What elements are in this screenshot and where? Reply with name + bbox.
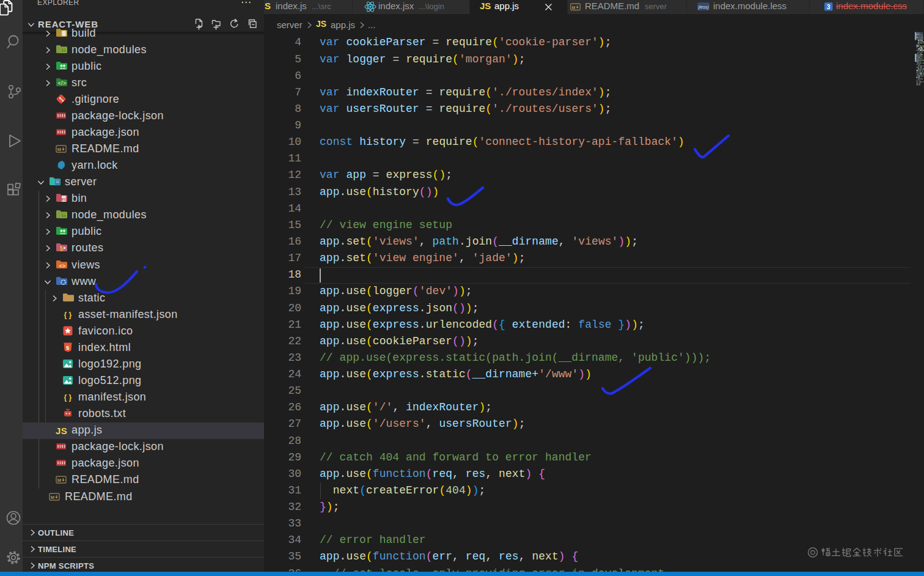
svg-text:{ }: { } [64, 393, 72, 402]
svg-text:js: js [62, 213, 65, 217]
svg-text:M: M [572, 6, 576, 10]
svg-text:{ }: { } [64, 310, 72, 319]
svg-text:01: 01 [62, 198, 67, 201]
svg-text:M: M [57, 478, 62, 483]
svg-text:3: 3 [827, 3, 831, 10]
svg-text:M: M [51, 494, 55, 500]
svg-text:{less}: {less} [698, 5, 709, 10]
svg-text:5: 5 [66, 344, 69, 350]
svg-text:<>: <> [59, 262, 66, 268]
svg-text:js: js [62, 48, 65, 52]
svg-text:</>: </> [57, 80, 66, 86]
svg-text:M: M [57, 147, 62, 152]
